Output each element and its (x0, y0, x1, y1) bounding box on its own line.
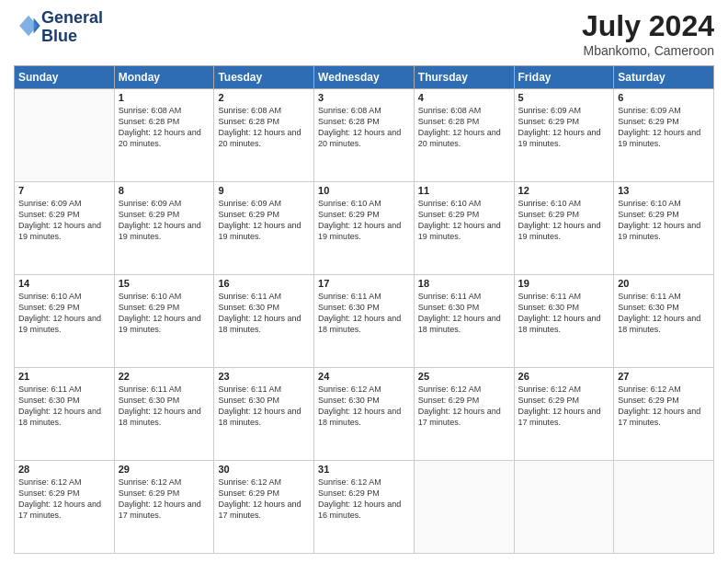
calendar-cell: 6Sunrise: 6:09 AM Sunset: 6:29 PM Daylig… (614, 89, 714, 182)
day-number: 25 (418, 371, 510, 382)
day-number: 28 (18, 464, 110, 475)
day-info: Sunrise: 6:12 AM Sunset: 6:29 PM Dayligh… (618, 384, 710, 429)
calendar-cell: 24Sunrise: 6:12 AM Sunset: 6:30 PM Dayli… (314, 368, 415, 461)
day-number: 6 (618, 92, 710, 103)
day-info: Sunrise: 6:10 AM Sunset: 6:29 PM Dayligh… (418, 198, 510, 243)
day-number: 24 (318, 371, 410, 382)
logo-text: General Blue (41, 9, 103, 46)
calendar-cell: 26Sunrise: 6:12 AM Sunset: 6:29 PM Dayli… (514, 368, 614, 461)
calendar-cell: 10Sunrise: 6:10 AM Sunset: 6:29 PM Dayli… (314, 182, 415, 275)
day-number: 19 (518, 278, 610, 289)
calendar-header-friday: Friday (514, 66, 614, 89)
day-number: 29 (119, 464, 210, 475)
calendar-cell: 15Sunrise: 6:10 AM Sunset: 6:29 PM Dayli… (114, 275, 214, 368)
calendar-cell: 12Sunrise: 6:10 AM Sunset: 6:29 PM Dayli… (514, 182, 614, 275)
day-number: 27 (618, 371, 710, 382)
svg-marker-1 (19, 16, 38, 36)
day-number: 21 (18, 371, 110, 382)
day-info: Sunrise: 6:11 AM Sunset: 6:30 PM Dayligh… (518, 291, 610, 336)
day-info: Sunrise: 6:11 AM Sunset: 6:30 PM Dayligh… (119, 384, 210, 429)
calendar-cell: 22Sunrise: 6:11 AM Sunset: 6:30 PM Dayli… (114, 368, 214, 461)
day-number: 20 (618, 278, 710, 289)
calendar-cell (614, 461, 714, 554)
day-number: 1 (119, 92, 210, 103)
day-info: Sunrise: 6:10 AM Sunset: 6:29 PM Dayligh… (618, 198, 710, 243)
day-number: 7 (18, 185, 110, 196)
day-number: 12 (518, 185, 610, 196)
calendar-cell: 17Sunrise: 6:11 AM Sunset: 6:30 PM Dayli… (314, 275, 415, 368)
day-info: Sunrise: 6:10 AM Sunset: 6:29 PM Dayligh… (518, 198, 610, 243)
day-number: 3 (318, 92, 410, 103)
day-number: 22 (119, 371, 210, 382)
day-info: Sunrise: 6:12 AM Sunset: 6:30 PM Dayligh… (318, 384, 410, 429)
week-row-3: 14Sunrise: 6:10 AM Sunset: 6:29 PM Dayli… (15, 275, 714, 368)
day-info: Sunrise: 6:12 AM Sunset: 6:29 PM Dayligh… (218, 477, 310, 522)
day-info: Sunrise: 6:12 AM Sunset: 6:29 PM Dayligh… (18, 477, 110, 522)
main-title: July 2024 (582, 9, 714, 43)
calendar-cell: 11Sunrise: 6:10 AM Sunset: 6:29 PM Dayli… (414, 182, 514, 275)
day-info: Sunrise: 6:09 AM Sunset: 6:29 PM Dayligh… (18, 198, 110, 243)
day-number: 18 (418, 278, 510, 289)
day-info: Sunrise: 6:10 AM Sunset: 6:29 PM Dayligh… (119, 291, 210, 336)
day-number: 17 (318, 278, 410, 289)
calendar-cell: 27Sunrise: 6:12 AM Sunset: 6:29 PM Dayli… (614, 368, 714, 461)
logo-line1: General (41, 9, 103, 28)
calendar-cell: 4Sunrise: 6:08 AM Sunset: 6:28 PM Daylig… (414, 89, 514, 182)
day-number: 5 (518, 92, 610, 103)
day-info: Sunrise: 6:08 AM Sunset: 6:28 PM Dayligh… (418, 105, 510, 150)
calendar-header-monday: Monday (114, 66, 214, 89)
subtitle: Mbankomo, Cameroon (582, 43, 714, 58)
week-row-5: 28Sunrise: 6:12 AM Sunset: 6:29 PM Dayli… (15, 461, 714, 554)
calendar-cell: 19Sunrise: 6:11 AM Sunset: 6:30 PM Dayli… (514, 275, 614, 368)
calendar-cell: 30Sunrise: 6:12 AM Sunset: 6:29 PM Dayli… (214, 461, 314, 554)
day-number: 15 (119, 278, 210, 289)
day-info: Sunrise: 6:09 AM Sunset: 6:29 PM Dayligh… (518, 105, 610, 150)
calendar-cell: 13Sunrise: 6:10 AM Sunset: 6:29 PM Dayli… (614, 182, 714, 275)
day-info: Sunrise: 6:11 AM Sunset: 6:30 PM Dayligh… (418, 291, 510, 336)
day-number: 9 (218, 185, 310, 196)
day-number: 11 (418, 185, 510, 196)
logo-line2: Blue (41, 28, 103, 46)
logo: General Blue (14, 9, 103, 46)
calendar-cell: 20Sunrise: 6:11 AM Sunset: 6:30 PM Dayli… (614, 275, 714, 368)
calendar-cell: 28Sunrise: 6:12 AM Sunset: 6:29 PM Dayli… (15, 461, 115, 554)
calendar-cell: 29Sunrise: 6:12 AM Sunset: 6:29 PM Dayli… (114, 461, 214, 554)
day-info: Sunrise: 6:08 AM Sunset: 6:28 PM Dayligh… (318, 105, 410, 150)
page: General Blue July 2024 Mbankomo, Cameroo… (0, 0, 728, 563)
day-info: Sunrise: 6:12 AM Sunset: 6:29 PM Dayligh… (119, 477, 210, 522)
calendar-cell (514, 461, 614, 554)
calendar-cell (414, 461, 514, 554)
day-info: Sunrise: 6:11 AM Sunset: 6:30 PM Dayligh… (18, 384, 110, 429)
day-info: Sunrise: 6:08 AM Sunset: 6:28 PM Dayligh… (119, 105, 210, 150)
day-info: Sunrise: 6:10 AM Sunset: 6:29 PM Dayligh… (18, 291, 110, 336)
day-info: Sunrise: 6:11 AM Sunset: 6:30 PM Dayligh… (218, 291, 310, 336)
calendar-cell: 1Sunrise: 6:08 AM Sunset: 6:28 PM Daylig… (114, 89, 214, 182)
day-number: 4 (418, 92, 510, 103)
calendar-cell: 25Sunrise: 6:12 AM Sunset: 6:29 PM Dayli… (414, 368, 514, 461)
day-info: Sunrise: 6:09 AM Sunset: 6:29 PM Dayligh… (119, 198, 210, 243)
day-number: 8 (119, 185, 210, 196)
calendar-cell: 16Sunrise: 6:11 AM Sunset: 6:30 PM Dayli… (214, 275, 314, 368)
day-info: Sunrise: 6:11 AM Sunset: 6:30 PM Dayligh… (618, 291, 710, 336)
day-info: Sunrise: 6:12 AM Sunset: 6:29 PM Dayligh… (318, 477, 410, 522)
day-number: 2 (218, 92, 310, 103)
calendar-header-sunday: Sunday (15, 66, 115, 89)
calendar-header-tuesday: Tuesday (214, 66, 314, 89)
calendar-header-thursday: Thursday (414, 66, 514, 89)
day-number: 14 (18, 278, 110, 289)
calendar-cell: 31Sunrise: 6:12 AM Sunset: 6:29 PM Dayli… (314, 461, 415, 554)
day-number: 31 (318, 464, 410, 475)
day-number: 13 (618, 185, 710, 196)
calendar-header-row: SundayMondayTuesdayWednesdayThursdayFrid… (15, 66, 714, 89)
day-info: Sunrise: 6:12 AM Sunset: 6:29 PM Dayligh… (518, 384, 610, 429)
logo-icon (16, 13, 41, 39)
day-number: 23 (218, 371, 310, 382)
calendar-cell: 9Sunrise: 6:09 AM Sunset: 6:29 PM Daylig… (214, 182, 314, 275)
calendar-cell: 18Sunrise: 6:11 AM Sunset: 6:30 PM Dayli… (414, 275, 514, 368)
day-info: Sunrise: 6:11 AM Sunset: 6:30 PM Dayligh… (318, 291, 410, 336)
day-info: Sunrise: 6:10 AM Sunset: 6:29 PM Dayligh… (318, 198, 410, 243)
header: General Blue July 2024 Mbankomo, Cameroo… (14, 9, 714, 58)
calendar-cell (15, 89, 115, 182)
calendar-cell: 8Sunrise: 6:09 AM Sunset: 6:29 PM Daylig… (114, 182, 214, 275)
day-number: 26 (518, 371, 610, 382)
